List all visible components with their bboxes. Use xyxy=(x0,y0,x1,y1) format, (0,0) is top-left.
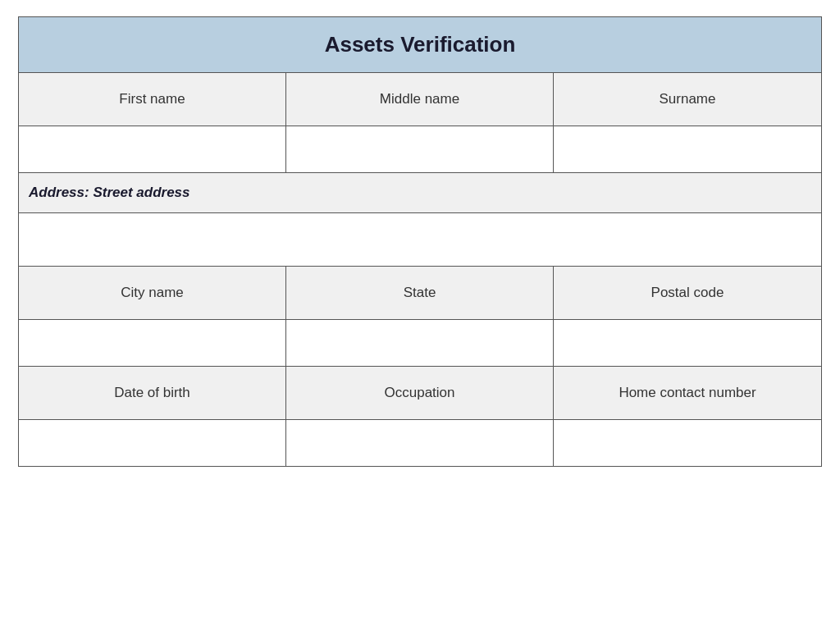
name-header-row: First name Middle name Surname xyxy=(19,73,821,126)
postal-code-input[interactable] xyxy=(554,320,821,366)
home-contact-input[interactable] xyxy=(554,420,821,466)
middle-name-label: Middle name xyxy=(286,73,554,126)
state-label: State xyxy=(286,267,554,319)
personal-input-row xyxy=(19,420,821,466)
form-title: Assets Verification xyxy=(325,32,516,57)
name-input-row xyxy=(19,126,821,173)
surname-input[interactable] xyxy=(554,126,821,172)
address-section-label-row: Address: Street address xyxy=(19,173,821,213)
first-name-label: First name xyxy=(19,73,286,126)
postal-code-label: Postal code xyxy=(554,267,821,319)
date-of-birth-input[interactable] xyxy=(19,420,286,466)
home-contact-label: Home contact number xyxy=(554,367,821,419)
surname-label: Surname xyxy=(554,73,821,126)
address-label: Address: Street address xyxy=(29,185,190,200)
date-of-birth-label: Date of birth xyxy=(19,367,286,419)
city-header-row: City name State Postal code xyxy=(19,267,821,320)
assets-verification-form: Assets Verification First name Middle na… xyxy=(18,16,822,467)
occupation-input[interactable] xyxy=(286,420,554,466)
form-title-row: Assets Verification xyxy=(19,17,821,73)
occupation-label: Occupation xyxy=(286,367,554,419)
personal-header-row: Date of birth Occupation Home contact nu… xyxy=(19,367,821,420)
city-name-label: City name xyxy=(19,267,286,319)
state-input[interactable] xyxy=(286,320,554,366)
first-name-input[interactable] xyxy=(19,126,286,172)
middle-name-input[interactable] xyxy=(286,126,554,172)
city-name-input[interactable] xyxy=(19,320,286,366)
city-input-row xyxy=(19,320,821,367)
street-address-input[interactable] xyxy=(19,213,821,267)
